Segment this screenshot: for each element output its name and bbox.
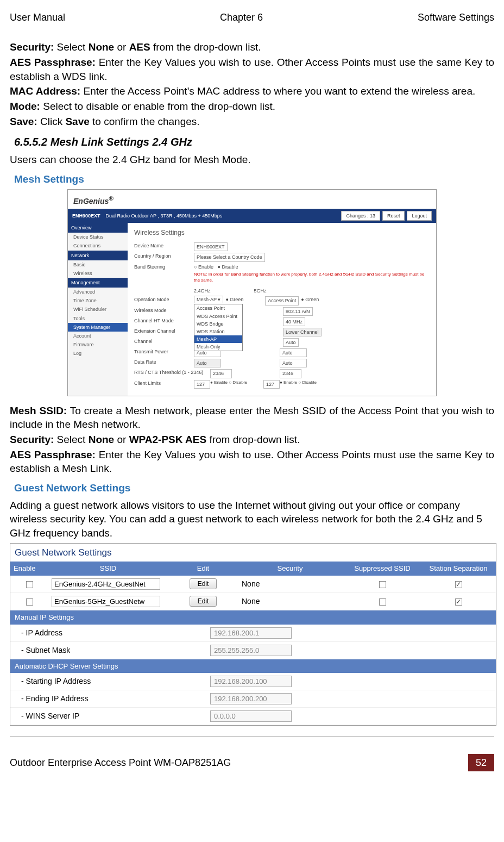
ip-address-input[interactable] [210,627,292,639]
mode-label: Mode: [10,101,40,112]
sidebar: Overview Device Status Connections Netwo… [68,223,128,396]
suppressed-checkbox-24ghz[interactable] [379,581,386,588]
wireless-mode-5ghz[interactable]: 802.11 A/N [283,307,313,316]
page-footer: Outdoor Enterprise Access Point WM-OAP82… [10,754,494,771]
sidebar-network[interactable]: Network [68,251,128,260]
ssid-input-5ghz[interactable] [52,596,160,607]
edit-button-5ghz[interactable]: Edit [190,596,217,607]
th-ssid: SSID [48,562,168,576]
country-select[interactable]: Please Select a Country Code [194,253,265,261]
mac-label: MAC Address: [10,85,80,97]
mesh-ssid-line: Mesh SSID: To create a Mesh network, ple… [10,404,494,432]
mode-line: Mode: Select to disable or enable from t… [10,99,494,114]
ext-channel-label: Extension Channel [134,328,194,336]
device-name-input[interactable]: ENH900EXT [194,242,228,251]
separation-checkbox-5ghz[interactable] [455,598,462,606]
sidebar-firmware[interactable]: Firmware [68,340,128,349]
logout-button[interactable]: Logout [407,211,432,221]
aes-line: AES Passphrase: Enter the Key Values you… [10,55,494,83]
sidebar-advanced[interactable]: Advanced [68,288,128,296]
data-rate-5ghz[interactable]: Auto [280,359,307,367]
security-24ghz: None [238,579,342,589]
ssid-input-24ghz[interactable] [52,578,160,590]
save-line: Save: Click Save to confirm the changes. [10,115,494,129]
mesh-security-line: Security: Select None or WPA2-PSK AES fr… [10,433,494,447]
col-24ghz: 2.4GHz [194,288,211,294]
dd-mesh-only[interactable]: Mesh-Only [194,343,242,351]
operation-mode-menu: Access Point WDS Access Point WDS Bridge… [194,304,243,351]
security-label: Security: [10,41,54,53]
mesh-ssid-label: Mesh SSID: [10,405,67,416]
dd-wds-ap[interactable]: WDS Access Point [194,313,242,320]
guest-network-text: Adding a guest network allows visitors t… [10,498,494,540]
enable-checkbox-5ghz[interactable] [26,598,33,606]
ext-channel-5ghz: Lower Channel [283,328,322,336]
guest-network-screenshot: Guest Network Settings Enable SSID Edit … [10,543,496,726]
sidebar-wireless[interactable]: Wireless [68,269,128,278]
changes-button[interactable]: Changes : 13 [341,211,380,221]
mesh-settings-screenshot: EnGenius® ENH900EXT Dual Radio Outdoor A… [67,189,437,396]
sidebar-device-status[interactable]: Device Status [68,233,128,241]
operation-mode-label: Operation Mode [134,296,194,305]
client-5ghz[interactable]: 127 [263,380,280,389]
model-label: ENH900EXT [72,213,100,219]
dd-wds-station[interactable]: WDS Station [194,328,242,335]
client-24ghz[interactable]: 127 [194,380,210,389]
sidebar-wifi-scheduler[interactable]: WiFi Scheduler [68,305,128,314]
client-limits-label: Client Limits [134,380,194,389]
subnet-mask-input[interactable] [210,645,292,656]
sidebar-basic[interactable]: Basic [68,260,128,269]
th-security: Security [238,562,342,576]
separation-checkbox-24ghz[interactable] [455,581,462,588]
guest-row-24ghz: Edit None [10,576,496,593]
channel-5ghz[interactable]: Auto [283,338,299,347]
section-text: Users can choose the 2.4 GHz band for Me… [10,153,494,167]
mac-line: MAC Address: Enter the Access Point's MA… [10,84,494,98]
guest-table-header: Enable SSID Edit Security Suppressed SSI… [10,562,496,576]
brand-logo: EnGenius® [68,190,436,209]
edit-button-24ghz[interactable]: Edit [190,578,217,589]
sidebar-account[interactable]: Account [68,332,128,340]
th-edit: Edit [168,562,238,576]
band-note: NOTE: In order for Band Steering functio… [194,272,430,284]
footer-left: Outdoor Enterprise Access Point WM-OAP82… [10,756,231,769]
ending-ip-label: - Ending IP Address [15,694,210,704]
main-panel: Wireless Settings Device NameENH900EXT C… [128,223,436,396]
suppressed-checkbox-5ghz[interactable] [379,598,386,606]
mesh-aes-label: AES Passphrase: [10,449,96,460]
subnet-mask-label: - Subnet Mask [15,645,210,656]
aes-label: AES Passphrase: [10,57,96,68]
sidebar-timezone[interactable]: Time Zone [68,296,128,305]
rts-24ghz[interactable]: 2346 [210,369,232,378]
rts-5ghz[interactable]: 2346 [280,369,301,378]
security-line: Security: Select None or AES from the dr… [10,40,494,54]
sidebar-overview[interactable]: Overview [68,223,128,233]
op-mode-5ghz[interactable]: Access Point [265,296,299,305]
dd-wds-bridge[interactable]: WDS Bridge [194,320,242,328]
reset-button[interactable]: Reset [382,211,405,221]
starting-ip-input[interactable] [210,676,292,687]
starting-ip-label: - Starting IP Address [15,676,210,687]
header-left: User Manual [10,11,65,24]
operation-mode-dropdown[interactable]: Mesh-AP ▾ [194,296,223,303]
dhcp-header: Automatic DHCP Server Settings [10,659,496,673]
channel-label: Channel [134,338,194,347]
dd-access-point[interactable]: Access Point [194,304,242,312]
wins-ip-input[interactable] [210,710,292,722]
channel-ht-5ghz[interactable]: 40 MHz [283,317,305,326]
th-enable: Enable [10,562,48,576]
enable-checkbox-24ghz[interactable] [26,581,33,588]
header-right: Software Settings [418,11,494,24]
sidebar-log[interactable]: Log [68,349,128,358]
tx-power-5ghz[interactable]: Auto [280,348,307,357]
dd-mesh-ap[interactable]: Mesh-AP [194,335,242,343]
col-5ghz: 5GHz [254,288,267,294]
data-rate-24ghz: Auto [194,359,221,367]
sidebar-management[interactable]: Management [68,278,128,288]
guest-row-5ghz: Edit None [10,593,496,610]
sidebar-connections[interactable]: Connections [68,241,128,250]
sidebar-system-manager[interactable]: System Manager [68,323,128,332]
sidebar-tools[interactable]: Tools [68,314,128,323]
mesh-settings-heading: Mesh Settings [14,172,494,186]
ending-ip-input[interactable] [210,693,292,704]
